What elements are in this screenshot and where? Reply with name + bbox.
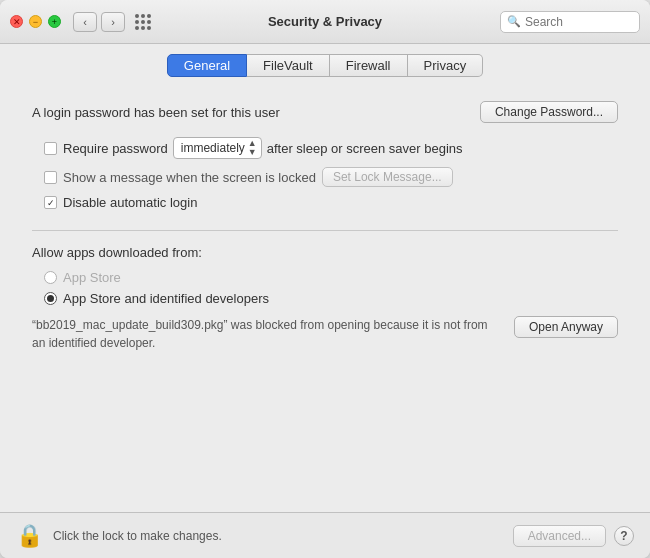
show-message-checkbox[interactable] bbox=[44, 171, 57, 184]
require-password-checkbox[interactable] bbox=[44, 142, 57, 155]
forward-button[interactable]: › bbox=[101, 12, 125, 32]
window: ✕ − + ‹ › Security & Privacy 🔍 General F… bbox=[0, 0, 650, 558]
tab-privacy[interactable]: Privacy bbox=[408, 54, 484, 77]
grid-view-button[interactable] bbox=[133, 12, 153, 32]
traffic-lights: ✕ − + bbox=[10, 15, 61, 28]
footer: 🔒 Click the lock to make changes. Advanc… bbox=[0, 512, 650, 558]
tab-firewall[interactable]: Firewall bbox=[330, 54, 408, 77]
titlebar: ✕ − + ‹ › Security & Privacy 🔍 bbox=[0, 0, 650, 44]
immediately-select[interactable]: immediately ▲▼ bbox=[173, 137, 262, 159]
tab-general[interactable]: General bbox=[167, 54, 247, 77]
require-password-label: Require password bbox=[63, 141, 168, 156]
app-store-radio-row: App Store bbox=[32, 270, 618, 285]
password-section: A login password has been set for this u… bbox=[32, 101, 618, 210]
grid-icon bbox=[135, 14, 151, 30]
disable-auto-login-label: Disable automatic login bbox=[63, 195, 197, 210]
allow-title: Allow apps downloaded from: bbox=[32, 245, 618, 260]
app-store-identified-label: App Store and identified developers bbox=[63, 291, 269, 306]
select-arrow-icon: ▲▼ bbox=[248, 139, 257, 157]
minimize-button[interactable]: − bbox=[29, 15, 42, 28]
after-sleep-label: after sleep or screen saver begins bbox=[267, 141, 463, 156]
content-area: A login password has been set for this u… bbox=[0, 85, 650, 512]
show-message-row: Show a message when the screen is locked… bbox=[32, 167, 618, 187]
disable-auto-login-row: Disable automatic login bbox=[32, 195, 618, 210]
disable-auto-login-checkbox[interactable] bbox=[44, 196, 57, 209]
tabs-bar: General FileVault Firewall Privacy bbox=[0, 44, 650, 85]
show-message-label: Show a message when the screen is locked bbox=[63, 170, 316, 185]
search-input[interactable] bbox=[525, 15, 633, 29]
require-password-row: Require password immediately ▲▼ after sl… bbox=[32, 137, 618, 159]
search-box[interactable]: 🔍 bbox=[500, 11, 640, 33]
maximize-button[interactable]: + bbox=[48, 15, 61, 28]
immediately-value: immediately bbox=[181, 141, 245, 155]
lock-text: Click the lock to make changes. bbox=[53, 529, 513, 543]
section-divider bbox=[32, 230, 618, 231]
open-anyway-button[interactable]: Open Anyway bbox=[514, 316, 618, 338]
app-store-identified-radio-row: App Store and identified developers bbox=[32, 291, 618, 306]
tab-filevault[interactable]: FileVault bbox=[247, 54, 330, 77]
back-button[interactable]: ‹ bbox=[73, 12, 97, 32]
blocked-row: “bb2019_mac_update_build309.pkg” was blo… bbox=[32, 316, 618, 352]
close-button[interactable]: ✕ bbox=[10, 15, 23, 28]
help-button[interactable]: ? bbox=[614, 526, 634, 546]
search-icon: 🔍 bbox=[507, 15, 521, 28]
login-password-text: A login password has been set for this u… bbox=[32, 105, 280, 120]
allow-section: Allow apps downloaded from: App Store Ap… bbox=[32, 245, 618, 352]
advanced-button[interactable]: Advanced... bbox=[513, 525, 606, 547]
app-store-label: App Store bbox=[63, 270, 121, 285]
lock-icon[interactable]: 🔒 bbox=[16, 523, 43, 549]
app-store-identified-radio[interactable] bbox=[44, 292, 57, 305]
app-store-radio[interactable] bbox=[44, 271, 57, 284]
blocked-text: “bb2019_mac_update_build309.pkg” was blo… bbox=[32, 316, 504, 352]
set-lock-message-button[interactable]: Set Lock Message... bbox=[322, 167, 453, 187]
nav-buttons: ‹ › bbox=[73, 12, 125, 32]
change-password-button[interactable]: Change Password... bbox=[480, 101, 618, 123]
window-title: Security & Privacy bbox=[268, 14, 382, 29]
login-password-row: A login password has been set for this u… bbox=[32, 101, 618, 123]
